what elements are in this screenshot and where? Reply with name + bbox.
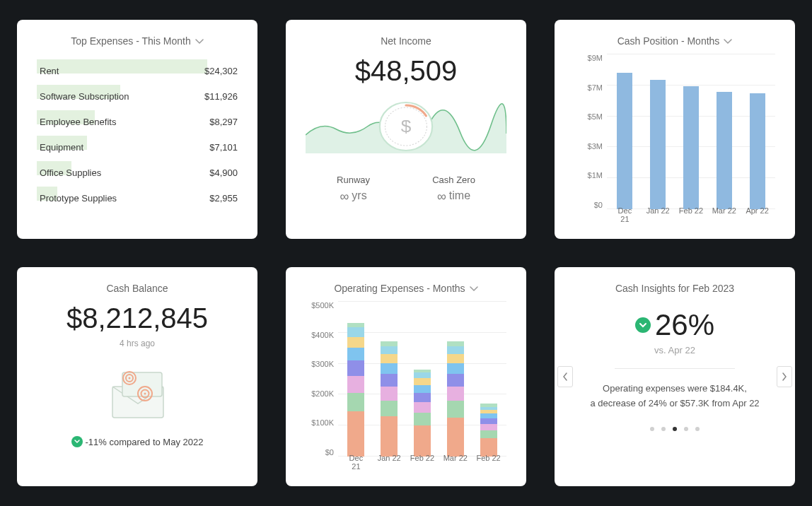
expense-row: Office Supplies$4,900 <box>37 160 238 185</box>
pagination-dot[interactable] <box>661 427 666 431</box>
card-cash-balance: Cash Balance $8,212,845 4 hrs ago <box>17 267 257 486</box>
chevron-down-icon <box>724 35 732 47</box>
prev-button[interactable] <box>557 366 573 387</box>
opex-y-axis: $500K$400K$300K$200K$100K$0 <box>306 301 334 471</box>
chevron-down-icon <box>195 35 204 47</box>
cash-position-x-axis: Dec 21Jan 22Feb 22Mar 22Apr 22 <box>613 206 770 223</box>
insights-vs: vs. Apr 22 <box>574 345 775 355</box>
cash-zero-value: ∞ time <box>432 189 475 202</box>
svg-text:$: $ <box>401 117 412 136</box>
infinity-icon: ∞ <box>340 190 349 203</box>
pagination-dot[interactable] <box>650 427 654 431</box>
cash-balance-title: Cash Balance <box>37 283 238 294</box>
expense-name: Employee Benefits <box>37 117 116 127</box>
trend-down-icon <box>635 317 651 333</box>
expense-value: $7,101 <box>209 142 238 153</box>
opex-title: Operating Expenses - Months <box>334 283 465 294</box>
expense-row: Prototype Supplies$2,955 <box>37 185 238 211</box>
card-cash-position: Cash Position - Months $9M$7M$5M$3M$1M$0… <box>555 20 795 239</box>
opex-chart: $500K$400K$300K$200K$100K$0 Dec 21Jan 22… <box>306 301 506 471</box>
chart-bar[interactable] <box>717 92 732 209</box>
cash-balance-updated: 4 hrs ago <box>37 339 238 348</box>
expense-name: Prototype Supplies <box>37 193 117 204</box>
card-insights: Cash Insights for Feb 2023 26% vs. Apr 2… <box>555 267 795 486</box>
chevron-down-icon <box>470 283 478 294</box>
envelope-icon <box>98 360 176 426</box>
expense-value: $11,926 <box>204 91 238 102</box>
insights-headline-row: 26% <box>574 308 775 342</box>
net-income-value: $48,509 <box>306 55 506 87</box>
cash-position-y-axis: $9M$7M$5M$3M$1M$0 <box>574 54 603 223</box>
pagination-dots[interactable] <box>574 427 775 431</box>
chart-bar[interactable] <box>750 93 765 209</box>
chart-bar[interactable] <box>650 80 666 209</box>
chart-bar[interactable] <box>414 301 431 457</box>
opex-title-row[interactable]: Operating Expenses - Months <box>306 283 506 294</box>
expense-value: $4,900 <box>209 167 238 178</box>
expense-value: $24,302 <box>204 66 238 76</box>
svg-point-7 <box>129 377 131 380</box>
expense-row: Equipment$7,101 <box>37 134 238 160</box>
trend-down-icon <box>71 436 83 447</box>
net-income-substats: Runway ∞ yrs Cash Zero ∞ time <box>306 175 506 202</box>
card-top-expenses: Top Expenses - This Month Rent$24,302Sof… <box>17 20 257 239</box>
expense-name: Equipment <box>37 142 83 153</box>
cash-position-chart: $9M$7M$5M$3M$1M$0 Dec 21Jan 22Feb 22Mar … <box>574 54 775 223</box>
infinity-icon: ∞ <box>437 190 446 203</box>
top-expenses-title: Top Expenses - This Month <box>71 35 190 47</box>
chart-bar[interactable] <box>347 301 364 457</box>
expense-row: Rent$24,302 <box>37 58 238 83</box>
chart-bar[interactable] <box>683 86 699 209</box>
chart-bar[interactable] <box>617 73 632 209</box>
pagination-dot[interactable] <box>673 427 677 431</box>
cash-zero-block: Cash Zero ∞ time <box>432 175 475 202</box>
card-net-income: Net Income $48,509 $ Runway ∞ yrs Cash Z… <box>286 20 526 239</box>
cash-position-title-row[interactable]: Cash Position - Months <box>574 35 775 47</box>
runway-value: ∞ yrs <box>337 189 370 202</box>
insights-description: Operating expenses were $184.4K, a decre… <box>574 382 775 411</box>
runway-label: Runway <box>337 175 370 185</box>
cash-balance-compare-row: -11% compared to May 2022 <box>37 436 238 447</box>
chart-bar[interactable] <box>381 301 398 457</box>
divider <box>615 368 735 369</box>
expense-name: Software Subscription <box>37 91 129 102</box>
svg-point-10 <box>144 393 146 395</box>
insights-headline: 26% <box>655 308 714 342</box>
card-operating-expenses: Operating Expenses - Months $500K$400K$3… <box>286 267 526 486</box>
expenses-list: Rent$24,302Software Subscription$11,926E… <box>37 58 238 211</box>
runway-block: Runway ∞ yrs <box>337 175 370 202</box>
expense-value: $8,297 <box>209 117 238 127</box>
pagination-dot[interactable] <box>684 427 688 431</box>
net-income-title: Net Income <box>306 35 506 47</box>
expense-value: $2,955 <box>209 193 238 204</box>
cash-zero-label: Cash Zero <box>432 175 475 185</box>
next-button[interactable] <box>777 366 792 387</box>
pagination-dot[interactable] <box>695 427 700 431</box>
cash-position-title: Cash Position - Months <box>617 35 720 47</box>
opex-x-axis: Dec 21Jan 22Feb 22Mar 22Feb 22 <box>344 454 501 471</box>
top-expenses-title-row[interactable]: Top Expenses - This Month <box>37 35 238 47</box>
chart-bar[interactable] <box>447 301 464 457</box>
cash-balance-value: $8,212,845 <box>37 302 238 334</box>
expense-row: Employee Benefits$8,297 <box>37 109 238 134</box>
cash-balance-compare: -11% compared to May 2022 <box>86 437 204 447</box>
insights-title: Cash Insights for Feb 2023 <box>574 283 775 294</box>
expense-name: Office Supplies <box>37 167 101 178</box>
expense-name: Rent <box>37 66 59 76</box>
expense-row: Software Subscription$11,926 <box>37 83 238 109</box>
net-income-chart: $ <box>306 100 506 156</box>
chart-bar[interactable] <box>480 301 497 457</box>
